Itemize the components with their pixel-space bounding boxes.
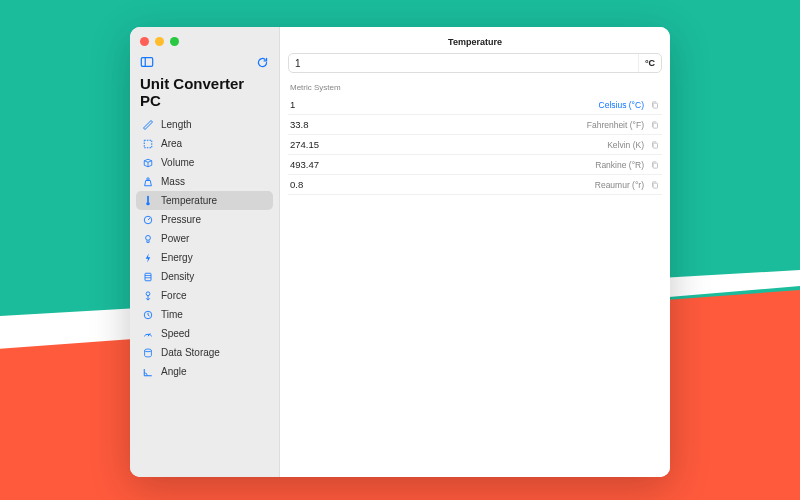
angle-icon	[142, 366, 154, 378]
svg-rect-17	[653, 123, 657, 128]
svg-point-3	[147, 177, 149, 179]
results-list: 1 Celsius (°C) 33.8 Fahrenheit (°F) 274.…	[288, 95, 662, 195]
sidebar-item-angle[interactable]: Angle	[136, 362, 273, 381]
copy-icon[interactable]	[650, 140, 660, 150]
sidebar-toggle-icon[interactable]	[140, 55, 154, 69]
clock-icon	[142, 309, 154, 321]
page-title: Temperature	[288, 35, 662, 53]
result-value: 0.8	[290, 179, 303, 190]
sidebar-item-density[interactable]: Density	[136, 267, 273, 286]
sidebar-item-label: Angle	[161, 366, 187, 377]
section-label: Metric System	[288, 81, 662, 95]
sidebar-item-speed[interactable]: Speed	[136, 324, 273, 343]
result-row: 274.15 Kelvin (K)	[288, 135, 662, 155]
bolt-icon	[142, 252, 154, 264]
sidebar-item-force[interactable]: Force	[136, 286, 273, 305]
bulb-icon	[142, 233, 154, 245]
value-input-unit[interactable]: °C	[638, 54, 661, 72]
result-row: 33.8 Fahrenheit (°F)	[288, 115, 662, 135]
sidebar-item-label: Force	[161, 290, 187, 301]
result-unit: Kelvin (K)	[607, 140, 644, 150]
thermometer-icon	[142, 195, 154, 207]
sidebar-item-label: Mass	[161, 176, 185, 187]
sidebar-item-label: Time	[161, 309, 183, 320]
svg-rect-8	[145, 273, 151, 281]
result-row: 0.8 Reaumur (°r)	[288, 175, 662, 195]
drop-icon	[142, 271, 154, 283]
gauge-icon	[142, 214, 154, 226]
force-icon	[142, 290, 154, 302]
box-icon	[142, 157, 154, 169]
sidebar-item-label: Data Storage	[161, 347, 220, 358]
sidebar-item-pressure[interactable]: Pressure	[136, 210, 273, 229]
result-unit: Celsius (°C)	[599, 100, 644, 110]
result-row: 493.47 Rankine (°R)	[288, 155, 662, 175]
sidebar-item-area[interactable]: Area	[136, 134, 273, 153]
result-unit: Rankine (°R)	[595, 160, 644, 170]
sidebar-item-energy[interactable]: Energy	[136, 248, 273, 267]
copy-icon[interactable]	[650, 100, 660, 110]
svg-point-11	[146, 291, 150, 295]
svg-rect-19	[653, 163, 657, 168]
svg-rect-16	[653, 103, 657, 108]
sidebar-item-label: Temperature	[161, 195, 217, 206]
sidebar-item-volume[interactable]: Volume	[136, 153, 273, 172]
fullscreen-window-button[interactable]	[170, 37, 179, 46]
sidebar-toolbar	[130, 55, 279, 73]
svg-point-15	[145, 349, 152, 352]
sidebar-item-label: Pressure	[161, 214, 201, 225]
crop-icon	[142, 138, 154, 150]
svg-point-7	[146, 235, 151, 240]
category-list: Length Area Volume Mass Temperature Pres	[130, 115, 279, 477]
svg-line-6	[148, 218, 150, 220]
sidebar-item-data-storage[interactable]: Data Storage	[136, 343, 273, 362]
sidebar-item-mass[interactable]: Mass	[136, 172, 273, 191]
refresh-icon[interactable]	[255, 55, 269, 69]
sidebar-item-label: Speed	[161, 328, 190, 339]
copy-icon[interactable]	[650, 160, 660, 170]
result-row: 1 Celsius (°C)	[288, 95, 662, 115]
close-window-button[interactable]	[140, 37, 149, 46]
svg-point-4	[146, 201, 149, 204]
svg-rect-0	[141, 58, 152, 67]
sidebar-item-label: Density	[161, 271, 194, 282]
speed-icon	[142, 328, 154, 340]
svg-rect-2	[144, 140, 152, 148]
svg-rect-18	[653, 143, 657, 148]
sidebar-item-label: Energy	[161, 252, 193, 263]
main-panel: Temperature °C Metric System 1 Celsius (…	[280, 27, 670, 477]
sidebar-item-temperature[interactable]: Temperature	[136, 191, 273, 210]
copy-icon[interactable]	[650, 180, 660, 190]
app-title: Unit Converter PC	[130, 73, 279, 115]
result-value: 274.15	[290, 139, 319, 150]
sidebar-item-label: Volume	[161, 157, 194, 168]
result-unit: Reaumur (°r)	[595, 180, 644, 190]
sidebar-item-power[interactable]: Power	[136, 229, 273, 248]
result-value: 493.47	[290, 159, 319, 170]
disk-icon	[142, 347, 154, 359]
svg-rect-20	[653, 183, 657, 188]
sidebar: Unit Converter PC Length Area Volume Mas…	[130, 27, 280, 477]
sidebar-item-time[interactable]: Time	[136, 305, 273, 324]
window-titlebar	[130, 27, 279, 55]
sidebar-item-label: Power	[161, 233, 189, 244]
value-input[interactable]	[289, 58, 638, 69]
result-unit: Fahrenheit (°F)	[587, 120, 644, 130]
sidebar-item-label: Area	[161, 138, 182, 149]
value-input-row: °C	[288, 53, 662, 73]
copy-icon[interactable]	[650, 120, 660, 130]
minimize-window-button[interactable]	[155, 37, 164, 46]
ruler-icon	[142, 119, 154, 131]
result-value: 1	[290, 99, 295, 110]
weight-icon	[142, 176, 154, 188]
sidebar-item-length[interactable]: Length	[136, 115, 273, 134]
result-value: 33.8	[290, 119, 309, 130]
sidebar-item-label: Length	[161, 119, 192, 130]
app-window: Unit Converter PC Length Area Volume Mas…	[130, 27, 670, 477]
